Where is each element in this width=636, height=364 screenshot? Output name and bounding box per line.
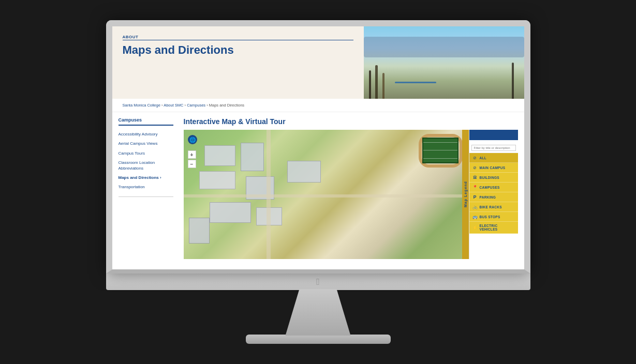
football-field: [422, 138, 458, 163]
legend-icon-bus-stops: 🚌: [472, 214, 478, 219]
building-2: [241, 143, 264, 171]
sidebar-item-aerial[interactable]: Aerial Campus Views: [119, 139, 173, 148]
zoom-out-button[interactable]: −: [188, 160, 196, 168]
sidebar-divider: [119, 196, 173, 197]
field-line-3: [423, 158, 457, 159]
sidebar-item-accessibility[interactable]: Accessibility Advisory: [119, 130, 173, 139]
legend-item-parking[interactable]: P PARKING: [469, 192, 518, 202]
figure-2: [375, 65, 378, 99]
sidebar-item-classroom[interactable]: Classroom Location Abbreviations: [119, 158, 173, 173]
legend-search-input[interactable]: [471, 145, 516, 151]
sign-element: [395, 82, 436, 83]
figure-1: [369, 70, 371, 99]
header-text-area: ABOUT Maps and Directions: [112, 26, 364, 99]
legend-icon-bike-racks: 🚲: [472, 204, 478, 209]
breadcrumb-campuses[interactable]: Campuses: [187, 103, 205, 108]
monitor-stand: [272, 289, 365, 336]
building-8: [287, 161, 321, 183]
map-section: Interactive Map & Virtual Tour: [180, 117, 524, 259]
building-7: [189, 218, 210, 244]
field-line-1: [423, 142, 457, 143]
map-controls: + −: [188, 150, 196, 168]
road-h1: [184, 194, 469, 198]
legend-label-all: ALL: [480, 156, 487, 160]
legend-item-all[interactable]: ⊘ ALL: [469, 153, 518, 163]
legend-item-bus-stops[interactable]: 🚌 BUS STOPS: [469, 212, 518, 222]
page-title: Maps and Directions: [123, 43, 353, 57]
header-image: [364, 26, 524, 99]
legend-icon-campuses: 📍: [472, 185, 478, 190]
zoom-in-button[interactable]: +: [188, 150, 196, 159]
header-banner: ABOUT Maps and Directions: [112, 26, 524, 99]
legend-label-bike-racks: BIKE RACKS: [480, 205, 502, 209]
legend-label-main-campus: MAIN CAMPUS: [480, 166, 506, 170]
monitor-chin: : [106, 274, 530, 290]
legend-header: [469, 130, 518, 140]
figure-4: [512, 63, 514, 99]
figure-3: [382, 73, 384, 99]
sidebar-item-transportation[interactable]: Transportation: [119, 183, 173, 192]
map-container[interactable]: 🌐 + − Map Legend: [184, 130, 518, 259]
legend-label-bus-stops: BUS STOPS: [480, 215, 500, 219]
sidebar-section-title: Campuses: [119, 117, 173, 126]
about-label: ABOUT: [123, 35, 353, 40]
website: ABOUT Maps and Directions Santa Mo: [112, 26, 524, 269]
sidebar-item-maps[interactable]: Maps and Directions: [119, 173, 173, 183]
legend-label-campuses: CAMPUSES: [480, 186, 500, 189]
apple-logo-icon: : [316, 277, 320, 287]
legend-item-campuses[interactable]: 📍 CAMPUSES: [469, 183, 518, 192]
section-title: Interactive Map & Virtual Tour: [184, 117, 518, 126]
globe-button[interactable]: 🌐: [188, 135, 197, 144]
legend-item-buildings[interactable]: 🏛 BUILDINGS: [469, 173, 518, 183]
legend-search[interactable]: [469, 140, 518, 153]
map-legend-panel: ⊘ ALL ⊘ MAIN CAMPUS 🏛 BUILDINGS: [469, 130, 518, 259]
legend-label-electric: ELECTRIC VEHICLES: [480, 224, 515, 231]
sidebar: Campuses Accessibility Advisory Aerial C…: [112, 117, 180, 259]
breadcrumb-smc[interactable]: Santa Monica College: [123, 103, 160, 108]
legend-icon-main-campus: ⊘: [472, 165, 478, 170]
legend-icon-electric: ⚡: [472, 225, 478, 230]
field-line-2: [423, 150, 457, 150]
monitor-wrapper: ABOUT Maps and Directions Santa Mo: [106, 20, 530, 344]
legend-item-electric[interactable]: ⚡ ELECTRIC VEHICLES: [469, 222, 518, 234]
breadcrumb: Santa Monica College › About SMC › Campu…: [112, 99, 524, 112]
legend-vertical-tab[interactable]: Map Legend: [462, 130, 469, 259]
legend-item-main-campus[interactable]: ⊘ MAIN CAMPUS: [469, 163, 518, 173]
legend-icon-buildings: 🏛: [472, 175, 478, 180]
monitor-base: [246, 335, 391, 344]
breadcrumb-about[interactable]: About SMC: [164, 103, 183, 108]
main-content: Campuses Accessibility Advisory Aerial C…: [112, 112, 524, 259]
building-1: [204, 145, 235, 166]
legend-title-bar: [472, 132, 515, 138]
legend-label-parking: PARKING: [480, 195, 496, 199]
legend-items: ⊘ ALL ⊘ MAIN CAMPUS 🏛 BUILDINGS: [469, 153, 518, 259]
map-image[interactable]: 🌐 + −: [184, 130, 469, 259]
sidebar-item-tours[interactable]: Campus Tours: [119, 149, 173, 158]
legend-icon-parking: P: [472, 194, 478, 200]
legend-label-buildings: BUILDINGS: [480, 176, 499, 179]
breadcrumb-current: Maps and Directions: [209, 103, 244, 108]
monitor-screen: ABOUT Maps and Directions Santa Mo: [106, 20, 530, 274]
building-outline: [364, 37, 524, 57]
building-3: [199, 171, 235, 189]
building-5: [210, 202, 251, 223]
legend-item-bike-racks[interactable]: 🚲 BIKE RACKS: [469, 202, 518, 212]
legend-icon-all: ⊘: [472, 155, 478, 160]
field-lines: [423, 139, 457, 162]
